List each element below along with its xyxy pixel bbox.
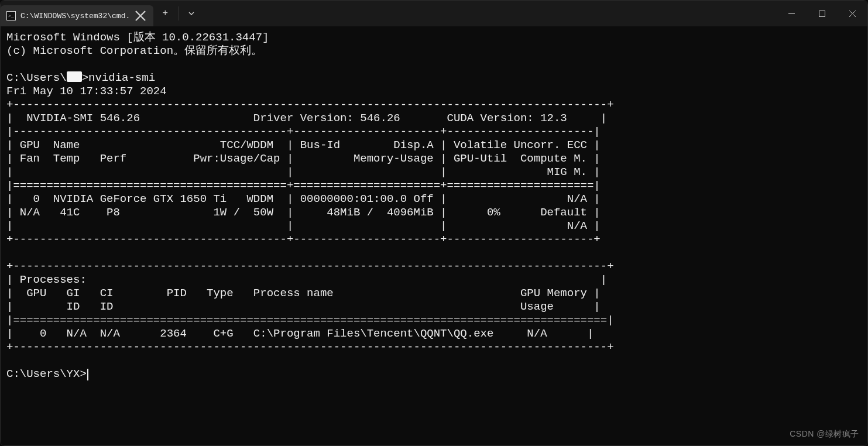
- terminal-output[interactable]: Microsoft Windows [版本 10.0.22631.3447] (…: [1, 26, 867, 445]
- new-tab-button[interactable]: +: [153, 1, 177, 26]
- close-window-button[interactable]: [837, 1, 867, 26]
- smi-gpu2: | N/A 41C P8 1W / 50W | 48MiB / 4096MiB …: [6, 206, 601, 219]
- smi-cols2: | Fan Temp Perf Pwr:Usage/Cap | Memory-U…: [6, 152, 601, 165]
- smi-gpu1: | 0 NVIDIA GeForce GTX 1650 Ti WDDM | 00…: [6, 193, 601, 205]
- cmd-icon: >_: [6, 11, 16, 20]
- close-icon: [849, 11, 856, 17]
- box-sep-eq: |=======================================…: [6, 179, 601, 192]
- proc-header: | Processes: |: [6, 273, 607, 286]
- proc-sep: |=======================================…: [6, 314, 614, 327]
- box-top: +---------------------------------------…: [6, 98, 614, 111]
- box-bot: +---------------------------------------…: [6, 233, 601, 246]
- svg-text:>_: >_: [8, 13, 14, 19]
- watermark: CSDN @绿树疯子: [790, 429, 859, 440]
- smi-cols1: | GPU Name TCC/WDDM | Bus-Id Disp.A | Vo…: [6, 139, 601, 152]
- svg-rect-3: [819, 11, 825, 16]
- tab-dropdown-button[interactable]: [180, 1, 203, 26]
- proc-cols1: | GPU GI CI PID Type Process name GPU Me…: [6, 287, 601, 300]
- chevron-down-icon: [188, 10, 195, 17]
- maximize-icon: [819, 11, 825, 17]
- proc-row1: | 0 N/A N/A 2364 C+G C:\Program Files\Te…: [6, 327, 593, 340]
- smi-cols3: | | | MIG M. |: [6, 166, 601, 179]
- tab-close-button[interactable]: [135, 10, 146, 22]
- window-controls: [776, 1, 867, 26]
- banner-line1: Microsoft Windows [版本 10.0.22631.3447]: [6, 31, 269, 44]
- proc-box-bot: +---------------------------------------…: [6, 341, 614, 354]
- tabbar-divider: [178, 6, 179, 20]
- titlebar[interactable]: >_ C:\WINDOWS\system32\cmd. +: [1, 1, 867, 26]
- minimize-icon: [788, 11, 795, 17]
- redacted-username: [67, 71, 82, 82]
- smi-header: | NVIDIA-SMI 546.26 Driver Version: 546.…: [6, 112, 607, 125]
- maximize-button[interactable]: [807, 1, 837, 26]
- smi-timestamp: Fri May 10 17:33:57 2024: [6, 85, 167, 98]
- command-nvidia-smi: nvidia-smi: [88, 71, 155, 84]
- tab-title: C:\WINDOWS\system32\cmd.: [20, 12, 130, 20]
- prompt-2: C:\Users\YX>: [6, 368, 87, 380]
- minimize-button[interactable]: [776, 1, 807, 26]
- prompt-1: C:\Users\>: [6, 71, 88, 84]
- proc-box-top: +---------------------------------------…: [6, 260, 614, 273]
- smi-gpu3: | | | N/A |: [6, 219, 601, 232]
- banner-line2: (c) Microsoft Corporation。保留所有权利。: [6, 44, 262, 57]
- text-cursor: [87, 369, 88, 380]
- tab-cmd[interactable]: >_ C:\WINDOWS\system32\cmd.: [1, 5, 153, 26]
- terminal-window: >_ C:\WINDOWS\system32\cmd. + Microsoft …: [0, 0, 868, 446]
- box-sep: |---------------------------------------…: [6, 125, 601, 138]
- tab-strip: >_ C:\WINDOWS\system32\cmd.: [1, 1, 153, 26]
- proc-cols2: | ID ID Usage |: [6, 300, 601, 313]
